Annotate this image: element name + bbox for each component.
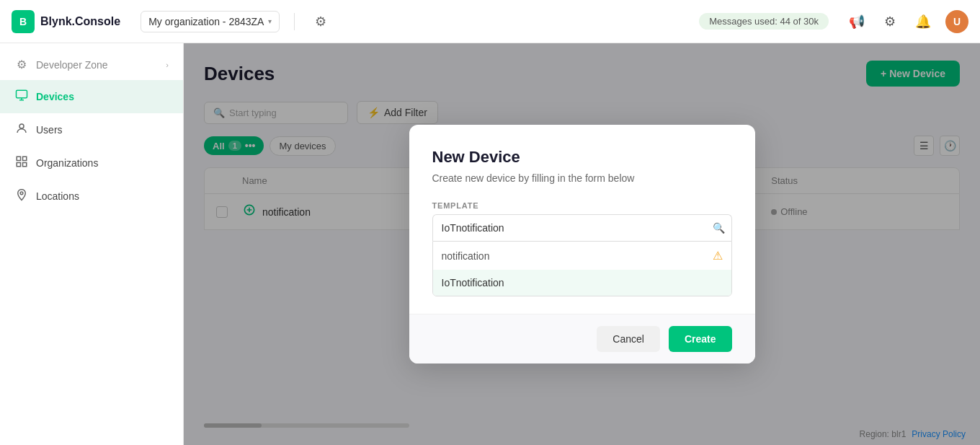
sidebar-item-users[interactable]: Users xyxy=(0,113,183,146)
sidebar-item-organizations[interactable]: Organizations xyxy=(0,146,183,180)
svg-rect-0 xyxy=(17,90,27,98)
template-field: TEMPLATE 🔍 notification ⚠ IoTnotificat xyxy=(432,201,732,296)
avatar-letter: U xyxy=(953,16,961,27)
main-layout: ⚙ Developer Zone › Devices Users Organiz… xyxy=(0,43,980,445)
settings-icon[interactable]: ⚙ xyxy=(309,10,332,33)
sidebar-label-locations: Locations xyxy=(36,190,79,202)
sidebar-label-users: Users xyxy=(36,124,63,136)
sidebar-item-devices[interactable]: Devices xyxy=(0,80,183,113)
users-icon xyxy=(14,122,29,138)
chevron-down-icon: ▾ xyxy=(268,17,272,25)
top-header: B Blynk.Console My organization - 2843ZA… xyxy=(0,0,980,43)
template-dropdown: notification ⚠ IoTnotification xyxy=(432,241,732,296)
messages-badge: Messages used: 44 of 30k xyxy=(699,13,829,30)
template-input-wrap: 🔍 xyxy=(432,214,732,241)
create-button[interactable]: Create xyxy=(669,326,732,352)
megaphone-icon[interactable]: 📢 xyxy=(846,11,868,32)
header-divider xyxy=(294,13,295,30)
svg-rect-7 xyxy=(23,163,27,167)
svg-rect-6 xyxy=(17,163,20,167)
header-icons: 📢 ⚙ 🔔 U xyxy=(846,10,968,33)
modal-body: New Device Create new device by filling … xyxy=(409,125,755,314)
cancel-button[interactable]: Cancel xyxy=(597,326,660,352)
sidebar: ⚙ Developer Zone › Devices Users Organiz… xyxy=(0,43,184,445)
arrow-icon: › xyxy=(166,61,169,69)
org-selector[interactable]: My organization - 2843ZA ▾ xyxy=(141,11,280,32)
modal-title: New Device xyxy=(432,148,732,167)
svg-point-8 xyxy=(20,192,23,195)
sidebar-item-developer-zone[interactable]: ⚙ Developer Zone › xyxy=(0,49,183,80)
avatar[interactable]: U xyxy=(945,10,968,33)
svg-rect-4 xyxy=(17,157,20,160)
settings-gear-icon[interactable]: ⚙ xyxy=(879,11,901,32)
svg-point-3 xyxy=(19,124,24,128)
org-name: My organization - 2843ZA xyxy=(148,16,264,27)
devices-icon xyxy=(14,89,29,105)
bell-icon[interactable]: 🔔 xyxy=(912,11,934,32)
locations-icon xyxy=(14,188,29,204)
sidebar-label-devices: Devices xyxy=(36,91,74,102)
app-name: Blynk.Console xyxy=(40,15,120,28)
modal-backdrop: New Device Create new device by filling … xyxy=(184,43,980,445)
sidebar-label-organizations: Organizations xyxy=(36,157,98,169)
template-label: TEMPLATE xyxy=(432,201,732,210)
logo-letter: B xyxy=(19,16,27,27)
dropdown-item-iotnotification[interactable]: IoTnotification xyxy=(433,270,731,296)
logo-box: B xyxy=(12,10,35,33)
sidebar-item-locations[interactable]: Locations xyxy=(0,180,183,213)
sidebar-label-developer-zone: Developer Zone xyxy=(36,59,108,71)
developer-zone-icon: ⚙ xyxy=(14,58,29,71)
new-device-modal: New Device Create new device by filling … xyxy=(409,125,755,364)
organizations-icon xyxy=(14,155,29,171)
warning-icon: ⚠ xyxy=(713,249,723,263)
dropdown-item-notification[interactable]: notification ⚠ xyxy=(433,242,731,270)
logo-area: B Blynk.Console xyxy=(12,10,120,33)
dropdown-item-label-notification: notification xyxy=(442,250,490,262)
search-icon-input: 🔍 xyxy=(713,222,725,234)
template-input[interactable] xyxy=(432,214,732,241)
modal-subtitle: Create new device by filling in the form… xyxy=(432,172,732,184)
main-content: Devices + New Device 🔍 Start typing ⚡ Ad… xyxy=(184,43,980,445)
svg-rect-5 xyxy=(23,157,27,160)
dropdown-item-label-iotnotification: IoTnotification xyxy=(442,277,504,288)
modal-footer: Cancel Create xyxy=(409,314,755,364)
